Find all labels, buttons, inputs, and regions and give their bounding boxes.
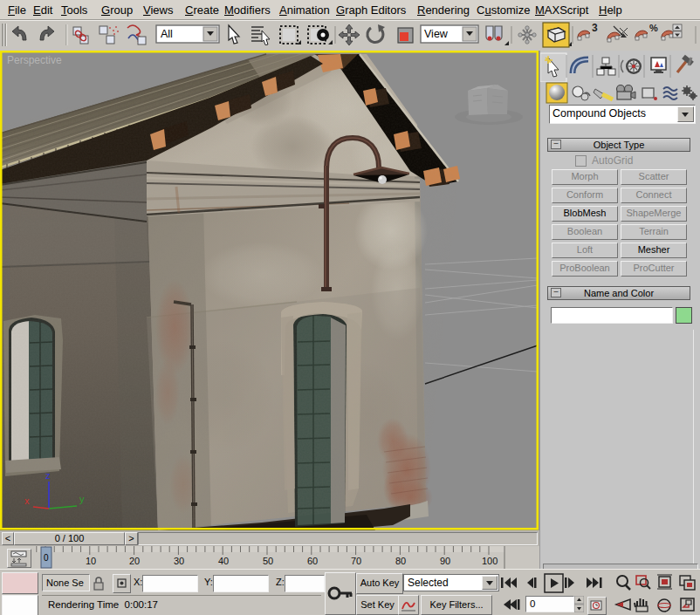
svg-text:All: All (161, 28, 173, 40)
svg-text:%: % (649, 23, 658, 33)
svg-text:0: 0 (44, 553, 49, 563)
svg-text:View: View (424, 28, 449, 40)
svg-text:x: x (24, 495, 30, 506)
svg-text:z: z (45, 470, 51, 481)
svg-text:Perspective: Perspective (7, 54, 62, 66)
svg-text:3: 3 (592, 22, 598, 34)
svg-text:y: y (79, 494, 85, 504)
